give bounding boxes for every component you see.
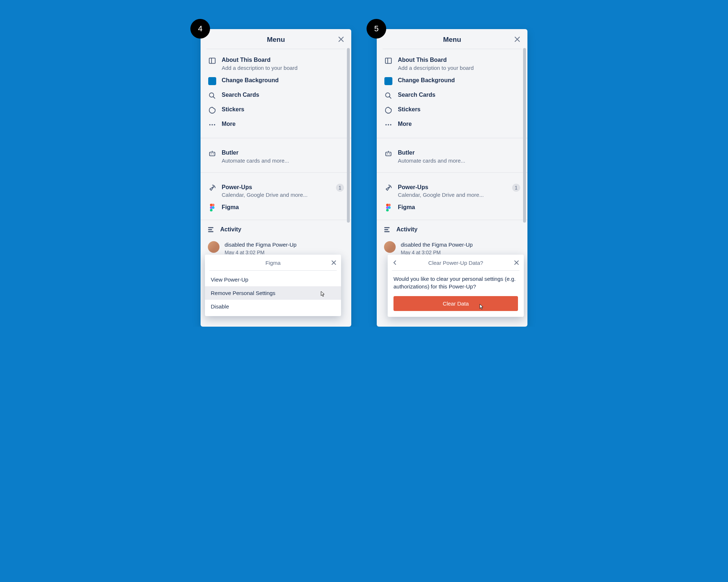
scrollbar[interactable]	[347, 48, 350, 223]
change-background-label: Change Background	[398, 77, 520, 84]
svg-point-28	[387, 154, 388, 154]
clear-data-button[interactable]: Clear Data	[393, 296, 518, 311]
svg-rect-36	[384, 229, 388, 230]
robot-icon	[384, 149, 393, 158]
svg-point-23	[385, 124, 387, 125]
power-ups-item[interactable]: Power-Ups Calendar, Google Drive and mor…	[206, 181, 345, 201]
power-ups-sub: Calendar, Google Drive and more...	[222, 192, 331, 198]
rocket-icon	[208, 184, 217, 192]
close-icon[interactable]	[331, 260, 337, 266]
svg-point-25	[390, 124, 392, 125]
svg-point-12	[212, 204, 214, 206]
butler-item[interactable]: Butler Automate cards and more...	[383, 146, 522, 167]
activity-icon	[206, 225, 215, 234]
svg-point-15	[210, 209, 213, 212]
about-board-sub: Add a description to your board	[398, 65, 520, 71]
figma-item[interactable]: Figma	[383, 201, 522, 215]
clear-data-popover: Clear Power-Up Data? Would you like to c…	[388, 255, 524, 317]
back-icon[interactable]	[392, 260, 398, 266]
svg-point-6	[214, 124, 215, 125]
more-label: More	[222, 120, 344, 128]
svg-rect-0	[209, 58, 215, 64]
search-icon	[384, 91, 393, 100]
svg-point-10	[213, 154, 214, 154]
svg-rect-35	[384, 227, 390, 228]
power-ups-sub: Calendar, Google Drive and more...	[398, 192, 507, 198]
stickers-label: Stickers	[222, 106, 344, 113]
activity-label: Activity	[220, 226, 241, 234]
avatar	[384, 241, 396, 253]
activity-text: disabled the Figma Power-Up	[401, 241, 473, 248]
figma-popover: Figma View Power-Up Remove Personal Sett…	[205, 255, 341, 316]
menu-panel: Menu About This Board Add a description …	[377, 29, 527, 327]
figma-item[interactable]: Figma	[206, 201, 345, 215]
svg-line-3	[213, 97, 215, 99]
power-ups-item[interactable]: Power-Ups Calendar, Google Drive and mor…	[383, 181, 522, 201]
scrollbar[interactable]	[523, 48, 526, 223]
svg-rect-19	[385, 58, 392, 64]
about-board-item[interactable]: About This Board Add a description to yo…	[206, 53, 345, 74]
power-ups-count-badge: 1	[336, 184, 344, 192]
avatar	[208, 241, 219, 253]
svg-point-5	[211, 124, 213, 125]
more-item[interactable]: More	[206, 117, 345, 132]
about-board-item[interactable]: About This Board Add a description to yo…	[383, 53, 522, 74]
svg-rect-18	[208, 231, 214, 232]
sticker-icon	[208, 106, 217, 115]
search-cards-item[interactable]: Search Cards	[206, 88, 345, 103]
panel-header: Menu	[377, 29, 527, 49]
about-board-label: About This Board	[398, 56, 520, 64]
view-power-up-item[interactable]: View Power-Up	[205, 273, 341, 286]
change-background-label: Change Background	[222, 77, 344, 84]
more-item[interactable]: More	[383, 117, 522, 132]
activity-text: disabled the Figma Power-Up	[225, 241, 297, 248]
background-swatch-icon	[384, 77, 393, 85]
about-board-sub: Add a description to your board	[222, 65, 344, 71]
svg-point-29	[389, 154, 390, 154]
popover-title: Figma	[209, 255, 337, 271]
butler-item[interactable]: Butler Automate cards and more...	[206, 146, 345, 167]
activity-label: Activity	[396, 226, 418, 234]
stickers-item[interactable]: Stickers	[206, 103, 345, 117]
power-ups-label: Power-Ups	[398, 184, 507, 191]
about-board-label: About This Board	[222, 56, 344, 64]
activity-icon	[383, 225, 391, 234]
more-label: More	[398, 120, 520, 128]
cursor-icon	[318, 291, 326, 298]
activity-section: Activity disabled the Figma Power-Up May…	[201, 220, 351, 258]
disable-item[interactable]: Disable	[205, 300, 341, 313]
step-badge: 4	[190, 19, 210, 39]
svg-rect-37	[384, 231, 390, 232]
more-icon	[208, 120, 217, 129]
svg-point-31	[388, 204, 391, 206]
close-icon[interactable]	[514, 36, 521, 43]
svg-point-14	[212, 207, 214, 209]
svg-rect-17	[208, 229, 212, 230]
close-icon[interactable]	[337, 36, 345, 43]
stickers-label: Stickers	[398, 106, 520, 113]
search-cards-label: Search Cards	[398, 91, 520, 99]
search-cards-item[interactable]: Search Cards	[383, 88, 522, 103]
svg-point-4	[209, 124, 211, 125]
sticker-icon	[384, 106, 393, 115]
activity-section: Activity disabled the Figma Power-Up May…	[377, 220, 527, 258]
svg-line-22	[389, 97, 391, 99]
figma-label: Figma	[222, 204, 344, 211]
panel-header: Menu	[201, 29, 351, 49]
butler-sub: Automate cards and more...	[222, 158, 344, 164]
remove-personal-settings-item[interactable]: Remove Personal Settings	[205, 286, 341, 300]
svg-rect-16	[208, 227, 214, 228]
svg-point-34	[386, 209, 389, 212]
rocket-icon	[384, 184, 393, 192]
close-icon[interactable]	[514, 260, 519, 266]
search-icon	[208, 91, 217, 100]
power-ups-label: Power-Ups	[222, 184, 331, 191]
change-background-item[interactable]: Change Background	[206, 74, 345, 88]
figma-label: Figma	[398, 204, 520, 211]
board-icon	[384, 56, 393, 65]
svg-rect-26	[386, 152, 391, 156]
stickers-item[interactable]: Stickers	[383, 103, 522, 117]
svg-rect-7	[210, 152, 215, 156]
change-background-item[interactable]: Change Background	[383, 74, 522, 88]
robot-icon	[208, 149, 217, 158]
